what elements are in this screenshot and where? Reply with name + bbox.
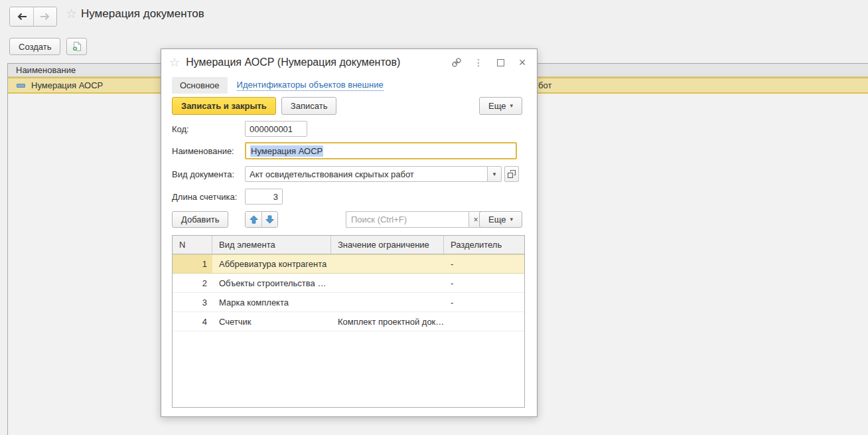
chevron-down-icon: ▾ <box>493 171 496 177</box>
save-button[interactable]: Записать <box>281 97 337 115</box>
add-row-button[interactable]: Добавить <box>172 211 228 228</box>
tab-external-ids[interactable]: Идентификаторы объектов внешние <box>237 80 384 91</box>
cell-kind: Объекты строительства … <box>212 274 331 292</box>
new-document-icon <box>72 41 82 52</box>
doctype-open-button[interactable] <box>504 166 519 182</box>
table-more-label: Еще <box>488 215 506 224</box>
cell-restriction <box>331 255 444 273</box>
search-box: × <box>346 211 483 228</box>
dialog-more-button[interactable]: Еще▾ <box>479 97 522 115</box>
move-up-button[interactable] <box>246 212 261 227</box>
doctype-dropdown-button[interactable]: ▾ <box>487 166 502 182</box>
back-button[interactable] <box>10 7 33 26</box>
dialog-titlebar: ☆ Нумерация АОСР (Нумерация документов) … <box>161 49 537 73</box>
doctype-field[interactable]: Акт освидетельствования скрытых работ <box>245 166 488 182</box>
table-row[interactable]: 1 Аббревиатура контрагента - <box>173 254 524 274</box>
table-header-row: N Вид элемента Значение ограничение Разд… <box>173 236 524 254</box>
arrow-down-icon <box>265 215 275 224</box>
close-icon[interactable]: × <box>517 57 528 68</box>
table-row[interactable]: 3 Марка комплекта - <box>173 293 524 312</box>
history-nav <box>9 7 57 27</box>
dialog-title: Нумерация АОСР (Нумерация документов) <box>186 56 400 68</box>
code-value: 000000001 <box>250 124 293 134</box>
tab-main[interactable]: Основное <box>172 77 228 94</box>
dialog-more-label: Еще <box>488 101 506 111</box>
table-toolbar: Добавить × Еще▾ <box>172 211 522 228</box>
cell-n: 4 <box>173 312 212 331</box>
cell-kind: Аббревиатура контрагента <box>212 255 331 273</box>
forward-button[interactable] <box>33 7 56 26</box>
cell-n: 3 <box>173 293 212 311</box>
counter-length-field[interactable]: 3 <box>245 189 283 205</box>
column-header-separator[interactable]: Разделитель <box>444 236 524 254</box>
chevron-down-icon: ▾ <box>510 103 513 109</box>
favorite-star-icon[interactable]: ☆ <box>66 7 77 20</box>
code-label: Код: <box>172 121 189 137</box>
cell-separator <box>444 312 524 331</box>
numbering-dialog: ☆ Нумерация АОСР (Нумерация документов) … <box>161 48 538 417</box>
doctype-label: Вид документа: <box>172 166 234 182</box>
maximize-icon[interactable] <box>495 57 506 68</box>
cell-separator: - <box>444 274 524 292</box>
more-menu-icon[interactable]: ⋮ <box>473 57 484 68</box>
column-header-restriction[interactable]: Значение ограничение <box>331 236 444 254</box>
forward-arrow-icon <box>40 12 50 21</box>
dialog-favorite-star-icon[interactable]: ☆ <box>169 56 180 68</box>
save-and-close-button[interactable]: Записать и закрыть <box>172 97 276 115</box>
search-input[interactable] <box>346 211 469 228</box>
create-button[interactable]: Создать <box>9 38 60 55</box>
arrow-up-icon <box>249 215 259 224</box>
cell-restriction <box>331 274 444 292</box>
table-row[interactable]: 2 Объекты строительства … - <box>173 274 524 293</box>
code-field[interactable]: 000000001 <box>245 121 307 137</box>
open-in-window-icon <box>507 169 516 179</box>
chevron-down-icon: ▾ <box>510 217 513 222</box>
list-column-header-label: Наименование <box>16 65 76 75</box>
table-more-button[interactable]: Еще▾ <box>479 211 522 228</box>
cell-n: 2 <box>173 274 212 292</box>
copy-link-icon[interactable] <box>451 57 462 68</box>
list-row-tail-fragment: бот <box>538 80 551 90</box>
dialog-command-bar: Записать и закрыть Записать Еще▾ <box>172 97 522 115</box>
cell-separator: - <box>444 255 524 273</box>
column-header-n[interactable]: N <box>173 236 212 254</box>
name-value-selected: Нумерация АОСР <box>250 145 323 157</box>
create-group-button[interactable] <box>66 38 87 55</box>
elements-table: N Вид элемента Значение ограничение Разд… <box>172 235 525 408</box>
reorder-buttons <box>245 211 278 228</box>
name-label: Наименование: <box>172 143 234 159</box>
cell-kind: Счетчик <box>212 312 331 331</box>
name-field[interactable]: Нумерация АОСР <box>245 142 517 159</box>
dialog-tabs: Основное Идентификаторы объектов внешние <box>172 77 384 94</box>
cell-restriction <box>331 293 444 311</box>
cell-kind: Марка комплекта <box>212 293 331 311</box>
counter-length-label: Длина счетчика: <box>172 189 237 205</box>
list-row-name: Нумерация АОСР <box>31 80 103 90</box>
catalog-item-icon <box>17 84 25 88</box>
back-arrow-icon <box>17 12 27 21</box>
cell-restriction: Комплект проектной док… <box>331 312 444 331</box>
doctype-value: Акт освидетельствования скрытых работ <box>250 169 414 179</box>
table-row[interactable]: 4 Счетчик Комплект проектной док… <box>173 312 524 331</box>
cell-n: 1 <box>173 255 212 273</box>
column-header-kind[interactable]: Вид элемента <box>212 236 331 254</box>
move-down-button[interactable] <box>261 212 277 227</box>
cell-separator: - <box>444 293 524 311</box>
counter-length-value: 3 <box>273 192 278 202</box>
page-title: Нумерация документов <box>81 7 204 21</box>
